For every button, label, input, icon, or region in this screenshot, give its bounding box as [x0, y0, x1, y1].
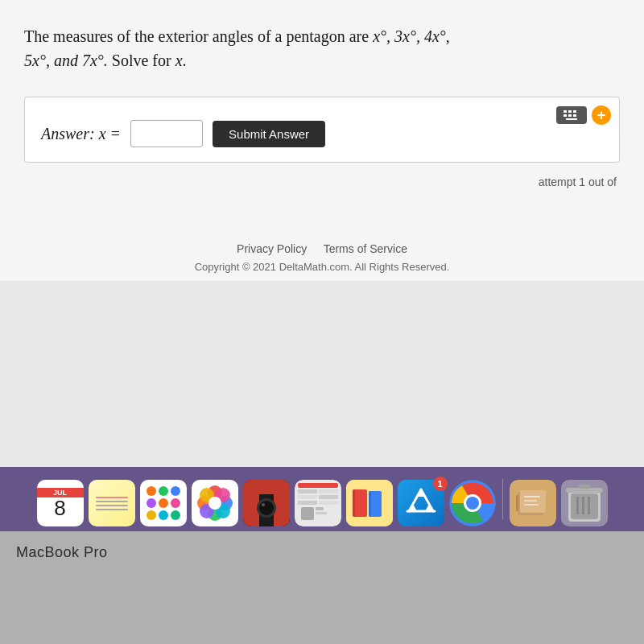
- svg-rect-19: [243, 480, 290, 494]
- footer-copyright: Copyright © 2021 DeltaMath.com. All Righ…: [0, 261, 644, 273]
- svg-rect-30: [319, 501, 338, 505]
- dock-photos[interactable]: [192, 480, 238, 526]
- answer-input[interactable]: [130, 120, 203, 147]
- footer-links: Privacy Policy Terms of Service: [0, 242, 644, 256]
- photos-icon: [195, 483, 235, 523]
- svg-point-15: [208, 497, 221, 510]
- svg-rect-52: [524, 504, 539, 506]
- svg-rect-28: [319, 495, 338, 499]
- dock-reminders[interactable]: [140, 480, 187, 526]
- answer-row: Answer: x = Submit Answer: [41, 120, 603, 147]
- main-content: The measures of the exterior angles of a…: [0, 0, 644, 281]
- dock-appstore[interactable]: 1: [398, 480, 444, 526]
- svg-point-45: [466, 497, 479, 510]
- photobooth-icon: [243, 480, 290, 526]
- svg-rect-3: [564, 114, 567, 117]
- add-button[interactable]: +: [592, 105, 611, 125]
- svg-rect-0: [564, 110, 567, 113]
- mac-dock: JUL 8: [0, 467, 644, 531]
- svg-rect-56: [579, 485, 590, 489]
- svg-rect-27: [298, 495, 317, 499]
- terms-of-service-link[interactable]: Terms of Service: [324, 242, 407, 255]
- problem-area: The measures of the exterior angles of a…: [0, 0, 644, 209]
- toolbar-icons: +: [556, 105, 611, 125]
- svg-rect-58: [582, 497, 584, 514]
- svg-rect-4: [568, 114, 572, 117]
- dock-calendar[interactable]: JUL 8: [37, 480, 84, 526]
- svg-rect-57: [576, 497, 579, 514]
- dock-files[interactable]: [510, 480, 556, 526]
- problem-statement: The measures of the exterior angles of a…: [24, 24, 620, 72]
- svg-rect-37: [353, 489, 355, 517]
- svg-point-22: [262, 503, 265, 506]
- dock-trash[interactable]: [561, 480, 608, 526]
- keyboard-button[interactable]: [556, 106, 587, 124]
- macbook-bar: MacBook Pro: [0, 531, 644, 644]
- answer-section: + Answer: x = Submit Answer: [24, 97, 620, 163]
- svg-rect-38: [369, 491, 371, 517]
- svg-rect-50: [524, 496, 540, 497]
- svg-rect-33: [316, 512, 327, 514]
- dock-contacts[interactable]: [295, 480, 341, 526]
- chrome-icon: [449, 480, 496, 526]
- calendar-day: 8: [54, 497, 65, 518]
- files-icon: [510, 480, 556, 526]
- svg-rect-2: [573, 110, 576, 113]
- svg-rect-32: [316, 507, 324, 510]
- dock-notes[interactable]: [89, 480, 135, 526]
- dock-books[interactable]: [346, 480, 393, 526]
- books-icon: [346, 480, 393, 526]
- trash-icon: [564, 481, 605, 525]
- dock-photobooth[interactable]: [243, 480, 290, 526]
- svg-rect-51: [524, 500, 537, 502]
- dock-separator: [502, 479, 503, 519]
- footer: Privacy Policy Terms of Service Copyrigh…: [0, 209, 644, 281]
- dock-chrome[interactable]: [449, 480, 496, 526]
- appstore-badge: 1: [433, 477, 448, 491]
- svg-rect-29: [298, 501, 317, 505]
- svg-rect-24: [298, 483, 338, 488]
- svg-rect-1: [568, 110, 572, 113]
- notes-icon: [96, 494, 128, 513]
- attempt-text: attempt 1 out of: [24, 171, 620, 193]
- contacts-icon: [295, 480, 341, 526]
- svg-rect-59: [588, 497, 590, 514]
- answer-label: Answer: x =: [41, 125, 121, 143]
- svg-rect-49: [516, 495, 518, 511]
- svg-point-21: [259, 501, 274, 515]
- privacy-policy-link[interactable]: Privacy Policy: [237, 242, 307, 255]
- svg-rect-26: [319, 489, 338, 493]
- submit-button[interactable]: Submit Answer: [213, 121, 325, 147]
- macbook-label: MacBook Pro: [16, 544, 108, 561]
- svg-rect-25: [298, 489, 317, 493]
- svg-rect-6: [566, 118, 577, 120]
- svg-rect-5: [573, 114, 576, 117]
- svg-rect-31: [301, 507, 314, 520]
